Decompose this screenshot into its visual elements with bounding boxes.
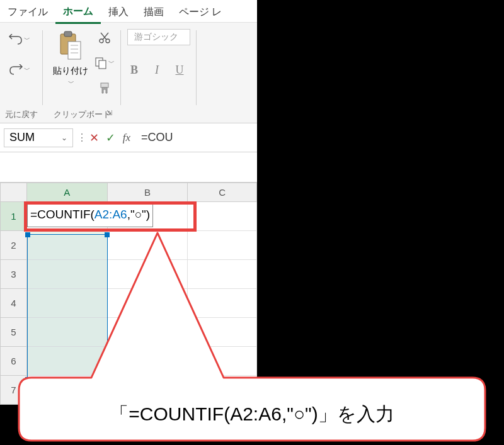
callout-text: 「=COUNTIF(A2:A6,"○")」を入力 xyxy=(32,402,472,427)
copy-icon xyxy=(94,57,107,69)
svg-rect-1 xyxy=(64,31,72,37)
scissors-icon xyxy=(98,31,111,44)
tab-home[interactable]: ホーム xyxy=(55,1,101,24)
copy-button[interactable]: ﹀ xyxy=(94,54,115,72)
col-header-A[interactable]: A xyxy=(26,183,107,202)
tab-file[interactable]: ファイル xyxy=(0,2,55,23)
cell-C3[interactable] xyxy=(188,260,257,289)
svg-rect-2 xyxy=(68,42,81,59)
cell-C1[interactable] xyxy=(188,202,257,231)
check-icon: ✓ xyxy=(106,131,115,145)
chevron-down-icon: ﹀ xyxy=(108,59,115,67)
ribbon-group-font: 游ゴシック B I U xyxy=(121,23,197,123)
excel-window: ファイル ホーム 挿入 描画 ページ レ ﹀ xyxy=(0,0,257,371)
cell-C2[interactable] xyxy=(188,231,257,260)
cell-formula-A1[interactable]: =COUNTIF(A2:A6,"○") xyxy=(27,202,153,227)
underline-button[interactable]: U xyxy=(173,63,186,77)
insert-function-button[interactable]: fx xyxy=(118,128,135,147)
format-painter-icon xyxy=(98,82,111,94)
cell-B2[interactable] xyxy=(107,231,188,260)
svg-rect-12 xyxy=(101,83,108,87)
x-icon: ✕ xyxy=(89,131,99,145)
cell-A3[interactable] xyxy=(26,260,107,289)
formula-range: A2:A6 xyxy=(94,208,127,222)
cancel-button[interactable]: ✕ xyxy=(86,128,102,147)
cell-A5[interactable] xyxy=(26,318,107,347)
cell-B5[interactable] xyxy=(107,318,188,347)
svg-rect-11 xyxy=(99,60,106,69)
cut-button[interactable] xyxy=(94,29,115,47)
cell-B7[interactable] xyxy=(107,376,188,405)
ribbon-group-label-clipboard: クリップボード ⇲ xyxy=(48,108,116,121)
ribbon: ﹀ ﹀ 元に戻す xyxy=(0,23,257,123)
row-header-5[interactable]: 5 xyxy=(1,318,27,347)
redo-button[interactable]: ﹀ xyxy=(9,60,30,79)
chevron-down-icon: ﹀ xyxy=(24,65,30,74)
font-family-selector[interactable]: 游ゴシック xyxy=(127,29,190,45)
cell-C5[interactable] xyxy=(188,318,257,347)
cell-C7[interactable] xyxy=(188,376,257,405)
tab-insert[interactable]: 挿入 xyxy=(101,2,136,23)
undo-icon xyxy=(9,34,23,45)
cell-B3[interactable] xyxy=(107,260,188,289)
ribbon-group-clipboard: 貼り付け ﹀ xyxy=(43,23,121,123)
cell-A4[interactable] xyxy=(26,289,107,318)
row-header-4[interactable]: 4 xyxy=(1,289,27,318)
cell-A7[interactable] xyxy=(26,376,107,405)
paste-icon xyxy=(58,30,83,62)
spreadsheet-grid[interactable]: A B C 1 2 3 4 xyxy=(0,183,257,405)
cell-C6[interactable] xyxy=(188,347,257,376)
ribbon-group-undo: ﹀ ﹀ 元に戻す xyxy=(0,23,43,123)
row-header-1[interactable]: 1 xyxy=(1,202,27,231)
tab-page-layout[interactable]: ページ レ xyxy=(171,2,229,23)
row-header-2[interactable]: 2 xyxy=(1,231,27,260)
bold-button[interactable]: B xyxy=(127,63,141,77)
cell-C4[interactable] xyxy=(188,289,257,318)
chevron-down-icon[interactable]: ﹀ xyxy=(68,79,74,86)
cell-B4[interactable] xyxy=(107,289,188,318)
formula-input-preview[interactable]: =COU xyxy=(141,131,173,144)
enter-button[interactable]: ✓ xyxy=(102,128,118,147)
name-box[interactable]: SUM ⌄ xyxy=(4,128,73,147)
ribbon-group-label-undo: 元に戻す xyxy=(5,108,38,121)
row-header-3[interactable]: 3 xyxy=(1,260,27,289)
col-header-B[interactable]: B xyxy=(107,183,188,202)
undo-button[interactable]: ﹀ xyxy=(9,30,30,49)
chevron-down-icon[interactable]: ⌄ xyxy=(61,133,67,142)
row-header-7[interactable]: 7 xyxy=(1,376,27,405)
tab-bar: ファイル ホーム 挿入 描画 ページ レ xyxy=(0,0,257,23)
dialog-launcher-icon[interactable]: ⇲ xyxy=(105,109,113,118)
select-all-corner[interactable] xyxy=(1,183,27,202)
formula-bar: SUM ⌄ ⋮ ✕ ✓ fx =COU xyxy=(0,123,257,152)
col-header-C[interactable]: C xyxy=(188,183,257,202)
row-header-6[interactable]: 6 xyxy=(1,347,27,376)
redo-icon xyxy=(9,64,23,76)
chevron-down-icon: ﹀ xyxy=(24,35,30,44)
cell-A6[interactable] xyxy=(26,347,107,376)
name-box-value: SUM xyxy=(9,131,35,144)
divider: ⋮ xyxy=(77,132,82,144)
cell-B6[interactable] xyxy=(107,347,188,376)
formula-part1: =COUNTIF( xyxy=(30,208,94,222)
italic-button[interactable]: I xyxy=(150,63,164,77)
paste-button[interactable] xyxy=(55,28,86,64)
cell-A2[interactable] xyxy=(26,231,107,260)
formula-part2: ,"○") xyxy=(127,208,151,222)
paste-label: 貼り付け ﹀ xyxy=(53,65,88,87)
tab-draw[interactable]: 描画 xyxy=(136,2,171,23)
format-painter-button[interactable] xyxy=(94,79,115,97)
